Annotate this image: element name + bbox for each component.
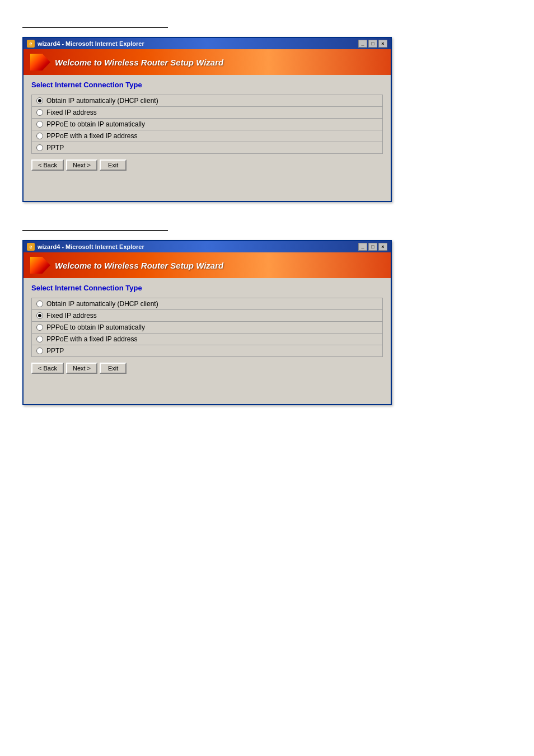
table-row[interactable]: Fixed IP address <box>32 310 383 322</box>
titlebar-left-2: e wizard4 - Microsoft Internet Explorer <box>27 243 144 251</box>
divider-2 <box>22 230 168 231</box>
radio-fixed-2[interactable] <box>36 312 43 319</box>
banner-title-2: Welcome to Wireless Router Setup Wizard <box>55 261 223 270</box>
table-row[interactable]: Obtain IP automatically (DHCP client) <box>32 298 383 310</box>
option-row-2-1: Obtain IP automatically (DHCP client) <box>36 300 378 308</box>
titlebar-text-1: wizard4 - Microsoft Internet Explorer <box>38 40 144 47</box>
button-row-1: < Back Next > Exit <box>31 159 383 171</box>
table-row[interactable]: PPPoE to obtain IP automatically <box>32 119 383 130</box>
radio-pppoe-auto-1[interactable] <box>36 121 43 128</box>
wizard-banner-1: Welcome to Wireless Router Setup Wizard <box>24 49 391 75</box>
maximize-btn-1[interactable]: □ <box>368 40 377 48</box>
option-row-2-5: PPTP <box>36 347 378 355</box>
maximize-btn-2[interactable]: □ <box>368 243 377 251</box>
section-title-1: Select Internet Connection Type <box>31 81 383 89</box>
option-row-2-3: PPPoE to obtain IP automatically <box>36 323 378 331</box>
next-button-2[interactable]: Next > <box>66 363 97 374</box>
titlebar-left-1: e wizard4 - Microsoft Internet Explorer <box>27 40 144 48</box>
table-row[interactable]: PPPoE with a fixed IP address <box>32 130 383 142</box>
option-label-1: Obtain IP automatically (DHCP client) <box>46 97 158 105</box>
divider-1 <box>22 27 168 28</box>
banner-logo-1 <box>30 54 50 71</box>
wizard-banner-2: Welcome to Wireless Router Setup Wizard <box>24 252 391 278</box>
table-row[interactable]: Fixed IP address <box>32 107 383 119</box>
option-row-3: PPPoE to obtain IP automatically <box>36 120 378 128</box>
ie-window-2: e wizard4 - Microsoft Internet Explorer … <box>22 240 392 405</box>
radio-pptp-2[interactable] <box>36 348 43 354</box>
radio-pppoe-fixed-1[interactable] <box>36 133 43 139</box>
option-row-2-2: Fixed IP address <box>36 312 378 320</box>
option-row-1: Obtain IP automatically (DHCP client) <box>36 97 378 105</box>
options-table-1: Obtain IP automatically (DHCP client) Fi… <box>31 95 383 154</box>
next-button-1[interactable]: Next > <box>66 159 97 171</box>
section-title-2: Select Internet Connection Type <box>31 284 383 292</box>
titlebar-text-2: wizard4 - Microsoft Internet Explorer <box>38 243 144 250</box>
button-row-2: < Back Next > Exit <box>31 363 383 374</box>
option-label-2: Fixed IP address <box>46 109 97 116</box>
page-container: e wizard4 - Microsoft Internet Explorer … <box>0 0 534 450</box>
back-button-1[interactable]: < Back <box>31 159 64 171</box>
option-row-4: PPPoE with a fixed IP address <box>36 132 378 140</box>
banner-logo-2 <box>30 257 50 274</box>
table-row[interactable]: PPPoE to obtain IP automatically <box>32 322 383 334</box>
option-label-2-5: PPTP <box>46 347 64 355</box>
exit-button-1[interactable]: Exit <box>100 159 127 171</box>
radio-fixed-1[interactable] <box>36 109 43 116</box>
option-row-5: PPTP <box>36 144 378 152</box>
titlebar-1: e wizard4 - Microsoft Internet Explorer … <box>24 38 391 49</box>
banner-title-1: Welcome to Wireless Router Setup Wizard <box>55 58 223 67</box>
minimize-btn-2[interactable]: _ <box>358 243 367 251</box>
table-row[interactable]: PPTP <box>32 142 383 154</box>
ie-bottom-2 <box>24 382 391 404</box>
table-row[interactable]: Obtain IP automatically (DHCP client) <box>32 95 383 107</box>
radio-pptp-1[interactable] <box>36 144 43 151</box>
option-label-4: PPPoE with a fixed IP address <box>46 132 138 140</box>
radio-dhcp-2[interactable] <box>36 300 43 307</box>
option-row-2: Fixed IP address <box>36 109 378 116</box>
option-row-2-4: PPPoE with a fixed IP address <box>36 335 378 343</box>
banner-logo-inner-1 <box>30 54 50 71</box>
option-label-3: PPPoE to obtain IP automatically <box>46 120 145 128</box>
ie-bottom-1 <box>24 179 391 201</box>
option-label-5: PPTP <box>46 144 64 152</box>
ie-controls-1: _ □ × <box>358 40 387 48</box>
radio-pppoe-auto-2[interactable] <box>36 324 43 331</box>
minimize-btn-1[interactable]: _ <box>358 40 367 48</box>
option-label-2-1: Obtain IP automatically (DHCP client) <box>46 300 158 308</box>
back-button-2[interactable]: < Back <box>31 363 64 374</box>
ie-icon-2: e <box>27 243 35 251</box>
option-label-2-4: PPPoE with a fixed IP address <box>46 335 138 343</box>
option-label-2-2: Fixed IP address <box>46 312 97 320</box>
exit-button-2[interactable]: Exit <box>100 363 127 374</box>
ie-content-1: Welcome to Wireless Router Setup Wizard … <box>24 49 391 201</box>
option-label-2-3: PPPoE to obtain IP automatically <box>46 323 145 331</box>
close-btn-1[interactable]: × <box>378 40 387 48</box>
radio-dhcp-1[interactable] <box>36 97 43 104</box>
table-row[interactable]: PPTP <box>32 345 383 357</box>
close-btn-2[interactable]: × <box>378 243 387 251</box>
options-table-2: Obtain IP automatically (DHCP client) Fi… <box>31 298 383 357</box>
wizard-body-1: Select Internet Connection Type Obtain I… <box>24 75 391 179</box>
titlebar-2: e wizard4 - Microsoft Internet Explorer … <box>24 241 391 252</box>
ie-icon-1: e <box>27 40 35 48</box>
radio-pppoe-fixed-2[interactable] <box>36 336 43 342</box>
ie-window-1: e wizard4 - Microsoft Internet Explorer … <box>22 37 392 202</box>
wizard-body-2: Select Internet Connection Type Obtain I… <box>24 278 391 382</box>
ie-controls-2: _ □ × <box>358 243 387 251</box>
banner-logo-inner-2 <box>30 257 50 274</box>
table-row[interactable]: PPPoE with a fixed IP address <box>32 334 383 345</box>
ie-content-2: Welcome to Wireless Router Setup Wizard … <box>24 252 391 404</box>
